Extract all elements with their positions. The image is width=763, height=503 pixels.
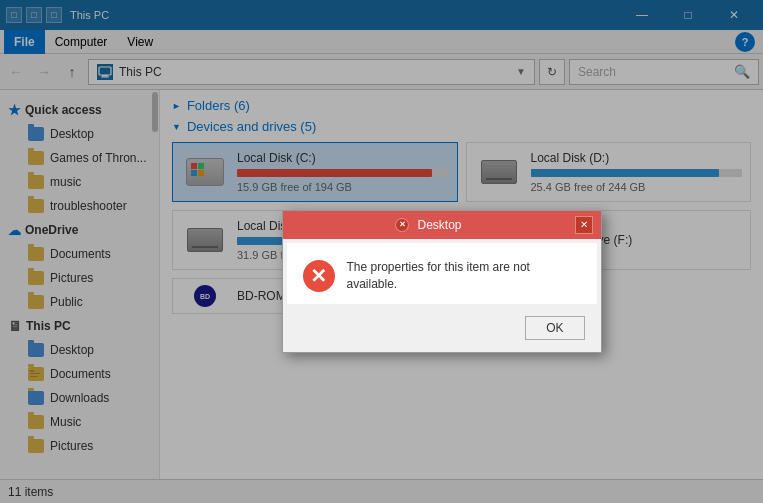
dialog-body: ✕ The properties for this item are not a…	[287, 243, 597, 305]
dialog-error-close-icon: ✕	[395, 218, 409, 232]
dialog-title: Desktop	[417, 218, 461, 232]
dialog-ok-button[interactable]: OK	[525, 316, 584, 340]
dialog-close-button[interactable]: ✕	[575, 216, 593, 234]
dialog-overlay: ✕ Desktop ✕ ✕ The properties for this it…	[0, 0, 763, 503]
error-dialog: ✕ Desktop ✕ ✕ The properties for this it…	[282, 210, 602, 354]
dialog-message: The properties for this item are not ava…	[347, 259, 581, 293]
dialog-footer: OK	[283, 308, 601, 352]
error-icon: ✕	[303, 260, 335, 292]
dialog-title-bar: ✕ Desktop ✕	[283, 211, 601, 239]
